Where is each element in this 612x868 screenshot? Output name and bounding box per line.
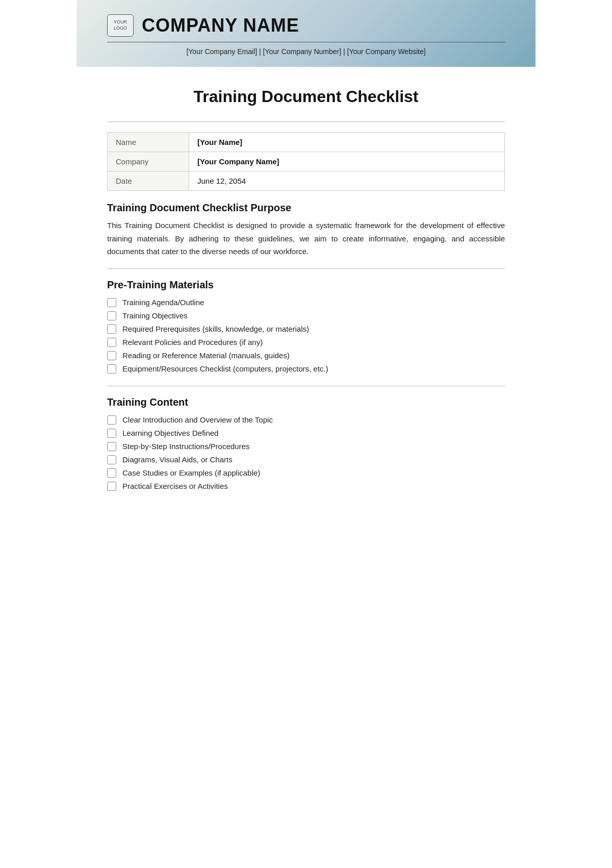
checklist-item: Training Agenda/Outline [107, 296, 505, 309]
header-contact: [Your Company Email] | [Your Company Num… [107, 47, 505, 56]
purpose-text: This Training Document Checklist is desi… [107, 219, 505, 258]
checkbox-icon[interactable] [107, 364, 116, 374]
info-row: DateJune 12, 2054 [108, 171, 505, 191]
section-pre-training: Pre-Training MaterialsTraining Agenda/Ou… [107, 279, 505, 376]
checklist-item: Practical Exercises or Activities [107, 480, 505, 493]
info-label: Company [108, 152, 189, 171]
info-table: Name[Your Name]Company[Your Company Name… [107, 132, 505, 191]
checklist-item: Case Studies or Examples (if applicable) [107, 466, 505, 480]
checkbox-icon[interactable] [107, 298, 116, 307]
checklist-item: Reading or Reference Material (manuals, … [107, 349, 505, 362]
checkbox-icon[interactable] [107, 338, 116, 347]
checklist-item-label: Learning Objectives Defined [122, 429, 218, 437]
checklist-item: Required Prerequisites (skills, knowledg… [107, 323, 505, 336]
checkbox-icon[interactable] [107, 429, 116, 438]
checkbox-icon[interactable] [107, 482, 116, 491]
checklist-item-label: Required Prerequisites (skills, knowledg… [122, 325, 309, 333]
checkbox-icon[interactable] [107, 325, 116, 334]
checklist-item: Relevant Policies and Procedures (if any… [107, 336, 505, 349]
checklist-item: Learning Objectives Defined [107, 427, 505, 440]
checklist-item-label: Practical Exercises or Activities [122, 482, 228, 490]
info-row: Name[Your Name] [108, 133, 505, 152]
header-top: YOUR LOGO COMPANY NAME [107, 14, 505, 37]
checklist-item: Diagrams, Visual Aids, or Charts [107, 453, 505, 466]
company-logo: YOUR LOGO [107, 14, 134, 37]
checklist-item-label: Equipment/Resources Checklist (computers… [122, 364, 328, 373]
checkbox-icon[interactable] [107, 468, 116, 478]
info-label: Date [108, 171, 189, 191]
checklist-pre-training: Training Agenda/OutlineTraining Objectiv… [107, 296, 505, 376]
logo-line2: LOGO [114, 26, 127, 32]
section-heading-training-content: Training Content [107, 396, 505, 408]
checklist-item-label: Relevant Policies and Procedures (if any… [122, 338, 263, 346]
checkbox-icon[interactable] [107, 415, 116, 425]
info-value: [Your Company Name] [189, 152, 505, 171]
sections-container: Pre-Training MaterialsTraining Agenda/Ou… [107, 279, 505, 493]
section-heading-pre-training: Pre-Training Materials [107, 279, 505, 291]
section-training-content: Training ContentClear Introduction and O… [107, 396, 505, 493]
checkbox-icon[interactable] [107, 442, 116, 451]
checklist-item: Clear Introduction and Overview of the T… [107, 413, 505, 427]
checklist-item-label: Reading or Reference Material (manuals, … [122, 351, 290, 360]
info-label: Name [108, 133, 189, 152]
checklist-item-label: Clear Introduction and Overview of the T… [122, 415, 273, 424]
checklist-item-label: Step-by-Step Instructions/Procedures [122, 442, 249, 451]
section-divider-2 [107, 386, 505, 386]
checkbox-icon[interactable] [107, 455, 116, 464]
checklist-item: Training Objectives [107, 309, 505, 323]
checklist-item-label: Training Agenda/Outline [122, 298, 204, 307]
section-divider-1 [107, 268, 505, 269]
main-content: Training Document Checklist Name[Your Na… [76, 67, 536, 518]
info-row: Company[Your Company Name] [108, 152, 505, 171]
checklist-training-content: Clear Introduction and Overview of the T… [107, 413, 505, 493]
title-divider [107, 121, 505, 122]
info-value: [Your Name] [189, 133, 505, 152]
checkbox-icon[interactable] [107, 351, 116, 360]
checklist-item: Equipment/Resources Checklist (computers… [107, 362, 505, 376]
header-divider [107, 42, 505, 42]
checklist-item-label: Training Objectives [122, 311, 188, 320]
checklist-item-label: Diagrams, Visual Aids, or Charts [122, 455, 233, 464]
checklist-item-label: Case Studies or Examples (if applicable) [122, 468, 260, 477]
purpose-heading: Training Document Checklist Purpose [107, 202, 505, 214]
info-value: June 12, 2054 [189, 171, 505, 191]
company-name: COMPANY NAME [142, 15, 299, 36]
checklist-item: Step-by-Step Instructions/Procedures [107, 440, 505, 453]
document-title: Training Document Checklist [107, 87, 505, 106]
header: YOUR LOGO COMPANY NAME [Your Company Ema… [76, 0, 536, 67]
logo-line1: YOUR [114, 19, 127, 26]
purpose-section: Training Document Checklist Purpose This… [107, 202, 505, 258]
checkbox-icon[interactable] [107, 311, 116, 320]
